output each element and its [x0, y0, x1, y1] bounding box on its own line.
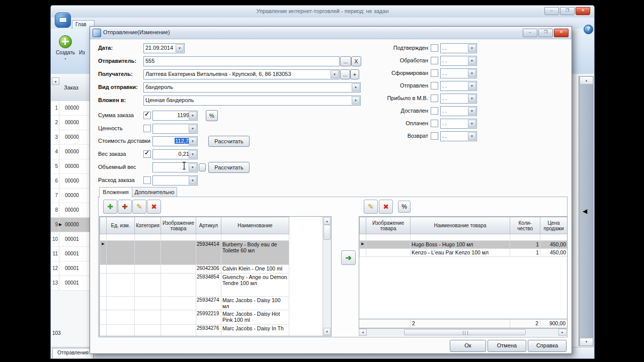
chevron-down-icon[interactable]: [189, 112, 197, 120]
declared-value-checkbox[interactable]: [143, 125, 151, 132]
table-row[interactable]: 500000: [51, 159, 90, 174]
move-to-shipment-button[interactable]: ➜: [341, 250, 356, 265]
order-sum-field[interactable]: 1199: [152, 111, 198, 121]
filter-dropdown-icon[interactable]: [52, 77, 59, 85]
marker-column-header[interactable]: [360, 217, 366, 234]
tab-additional[interactable]: Дополнительно: [132, 187, 177, 197]
status-processed-date-field[interactable]: . .: [440, 56, 477, 66]
cancel-button[interactable]: Отмена: [488, 340, 526, 352]
right-scroll-strip[interactable]: ◀: [579, 76, 594, 346]
filter-cell[interactable]: [510, 234, 540, 241]
image-column-header[interactable]: Изображение товара: [161, 217, 196, 234]
sender-clear-button[interactable]: X: [351, 56, 361, 66]
chevron-down-icon[interactable]: [352, 83, 360, 92]
dialog-close-button[interactable]: ✕: [554, 29, 569, 37]
shipment-edit-button[interactable]: ✎: [364, 200, 378, 214]
chevron-down-icon[interactable]: [189, 137, 197, 145]
close-button[interactable]: ✕: [576, 7, 590, 15]
article-column-header[interactable]: Артикул: [196, 217, 221, 234]
chevron-down-icon[interactable]: [468, 44, 476, 52]
create-button[interactable]: Создать: [53, 34, 78, 72]
tab-attachments[interactable]: Вложения: [99, 187, 132, 198]
price-column-header[interactable]: Цена продажи: [540, 217, 568, 234]
ok-button[interactable]: Ок: [450, 340, 486, 352]
scroll-left-icon[interactable]: [359, 329, 367, 336]
chevron-down-icon[interactable]: [189, 150, 197, 158]
filter-cell[interactable]: [366, 234, 411, 241]
filter-row[interactable]: [360, 234, 568, 241]
status-sent-checkbox[interactable]: [431, 82, 438, 89]
filter-cell[interactable]: [107, 234, 135, 241]
table-row[interactable]: 400000: [51, 145, 90, 159]
add-multi-button[interactable]: ✚: [118, 200, 132, 214]
dialog-maximize-button[interactable]: ❐: [538, 29, 553, 37]
filter-cell[interactable]: [360, 234, 366, 241]
chevron-down-icon[interactable]: [468, 132, 476, 140]
shipment-percent-button[interactable]: %: [398, 201, 411, 213]
scroll-down-icon[interactable]: [580, 338, 593, 346]
chevron-down-icon[interactable]: [468, 69, 476, 77]
recipient-browse-button[interactable]: ...: [340, 69, 350, 79]
order-expense-checkbox[interactable]: [143, 176, 151, 184]
status-formed-date-field[interactable]: . .: [440, 68, 477, 78]
table-row[interactable]: 1100001: [51, 247, 90, 261]
table-row[interactable]: 26042306 Calvin Klein - One 100 ml: [100, 265, 289, 274]
percent-button[interactable]: %: [206, 110, 218, 121]
delivery-cost-field[interactable]: 112,7: [152, 136, 198, 146]
help-button[interactable]: Справка: [528, 340, 567, 352]
scroll-right-icon[interactable]: [558, 329, 567, 336]
table-row-selected[interactable]: 9▶00000: [51, 218, 90, 232]
status-return-checkbox[interactable]: [431, 132, 438, 140]
declared-value-field[interactable]: [152, 124, 198, 134]
order-weight-field[interactable]: 0,21: [152, 149, 198, 159]
volume-weight-field[interactable]: [152, 162, 198, 172]
table-row[interactable]: 25992219 Marc Jacobs - Daisy Hot Pink 10…: [100, 310, 289, 325]
sender-field[interactable]: 555: [143, 56, 340, 66]
table-row[interactable]: 1200001: [51, 261, 90, 276]
dialog-minimize-button[interactable]: –: [523, 29, 537, 37]
edit-button[interactable]: ✎: [132, 200, 146, 214]
chevron-down-icon[interactable]: [468, 107, 476, 115]
order-expense-field[interactable]: [152, 175, 198, 186]
scroll-up-icon[interactable]: [324, 217, 331, 225]
sender-browse-button[interactable]: ...: [340, 56, 351, 66]
ship-type-field[interactable]: бандероль: [143, 82, 361, 93]
chevron-down-icon[interactable]: [331, 70, 339, 78]
chevron-down-icon[interactable]: [352, 97, 360, 105]
category-column-header[interactable]: Категория: [135, 217, 161, 234]
chevron-down-icon[interactable]: [468, 82, 476, 90]
shipment-delete-button[interactable]: ✖: [379, 200, 393, 214]
minimize-button[interactable]: –: [544, 7, 559, 15]
table-row[interactable]: 600000: [51, 174, 90, 189]
table-row[interactable]: 25934274 Marc Jacobs - Daisy 100 мл: [100, 297, 289, 310]
chevron-down-icon[interactable]: [468, 95, 476, 103]
status-processed-checkbox[interactable]: [431, 57, 438, 64]
shipment-hscrollbar[interactable]: [359, 328, 567, 336]
status-arrived-date-field[interactable]: . .: [440, 94, 477, 104]
filter-cell[interactable]: [161, 234, 196, 241]
status-formed-checkbox[interactable]: [431, 69, 438, 77]
maximize-button[interactable]: ❐: [560, 7, 575, 15]
name-column-header[interactable]: Наименование: [221, 217, 289, 234]
chevron-down-icon[interactable]: [189, 125, 197, 133]
status-delivered-date-field[interactable]: . .: [440, 106, 477, 116]
marker-column-header[interactable]: [100, 217, 107, 234]
table-row[interactable]: 25934854 Givenchy - Ange ou Demon Tendre…: [100, 274, 289, 297]
enclosed-field[interactable]: Ценная бандероль: [143, 96, 361, 106]
tab-otpravleniya[interactable]: Отправления: [52, 348, 94, 358]
edit-button-label-fragment[interactable]: Из: [79, 50, 85, 55]
orders-column-header[interactable]: Заказ: [64, 84, 78, 90]
recipient-add-button[interactable]: +: [350, 69, 359, 79]
filter-cell[interactable]: [411, 234, 510, 241]
date-field[interactable]: 21.09.2014: [143, 43, 185, 53]
table-row[interactable]: 800000: [51, 203, 90, 218]
scroll-down-icon[interactable]: [324, 328, 331, 335]
qty-column-header[interactable]: Коли- чество: [510, 217, 540, 234]
scroll-thumb[interactable]: [404, 329, 526, 335]
filter-cell[interactable]: [100, 234, 107, 241]
table-row[interactable]: 1300001: [51, 276, 90, 291]
table-row[interactable]: 300000: [51, 130, 90, 145]
status-sent-date-field[interactable]: . .: [440, 81, 477, 91]
help-icon[interactable]: ?: [584, 25, 593, 34]
image-column-header[interactable]: Изображение товара: [366, 217, 411, 234]
